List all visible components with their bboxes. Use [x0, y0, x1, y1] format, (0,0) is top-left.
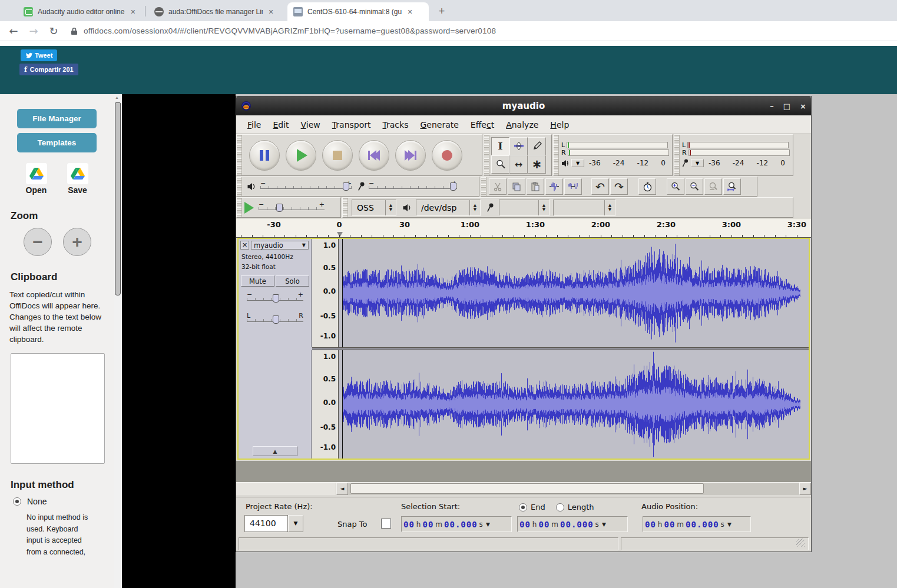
chevron-down-icon[interactable]: ▼: [288, 515, 303, 532]
toolbar-grip[interactable]: [554, 135, 559, 175]
gain-slider[interactable]: − +: [247, 293, 303, 304]
play-at-speed-icon[interactable]: [244, 202, 254, 214]
tab-close-icon[interactable]: ×: [406, 7, 413, 16]
audio-host-combo[interactable]: OSS ▲▼: [352, 200, 396, 216]
url-field[interactable]: offidocs.com/osessionx04/#/client/REVGQV…: [84, 26, 496, 35]
playback-device-combo[interactable]: /dev/dsp ▲▼: [416, 200, 481, 216]
playhead-marker[interactable]: [337, 232, 343, 237]
browser-tab-audacity[interactable]: Audacity audio editor online - Of ×: [18, 2, 143, 21]
close-button[interactable]: ×: [800, 102, 806, 111]
track-collapse-button[interactable]: ▲: [253, 446, 297, 456]
selection-start-field[interactable]: 00h00m00.000s▼: [401, 516, 512, 532]
selection-end-field[interactable]: 00h00m00.000s▼: [517, 516, 628, 532]
zoom-out-button[interactable]: [686, 178, 703, 195]
menu-tracks[interactable]: Tracks: [378, 118, 414, 132]
menu-help[interactable]: Help: [545, 118, 574, 132]
pause-button[interactable]: [249, 140, 280, 171]
record-button[interactable]: [432, 140, 462, 171]
cut-button[interactable]: [489, 178, 507, 195]
menu-view[interactable]: View: [296, 118, 326, 132]
menu-effect[interactable]: Effect: [465, 118, 499, 132]
scrollbar-up-icon[interactable]: ▲: [115, 95, 119, 99]
toolbar-grip[interactable]: [484, 135, 489, 175]
sync-lock-button[interactable]: [638, 178, 656, 195]
recording-device-combo[interactable]: ▲▼: [499, 200, 550, 216]
waveform-channel-left[interactable]: [339, 239, 809, 347]
minimize-button[interactable]: –: [770, 102, 774, 111]
menu-analyze[interactable]: Analyze: [501, 118, 544, 132]
stepper-icon[interactable]: ▲▼: [385, 200, 396, 215]
track-close-button[interactable]: ✕: [240, 241, 249, 250]
chevron-down-icon[interactable]: ▼: [486, 521, 490, 527]
selection-tool-button[interactable]: I: [491, 137, 509, 155]
maximize-button[interactable]: □: [783, 102, 790, 111]
browser-tab-centos-active[interactable]: CentOS-610-64-minimal:8 (guest ×: [287, 2, 429, 21]
chevron-down-icon[interactable]: ▼: [727, 521, 731, 527]
drive-save-button[interactable]: Save: [62, 163, 93, 195]
toolbar-grip[interactable]: [237, 135, 242, 175]
slider-thumb[interactable]: [276, 204, 283, 212]
clipboard-textarea[interactable]: [11, 353, 105, 464]
toolbar-grip[interactable]: [237, 198, 242, 217]
chevron-down-icon[interactable]: ▼: [602, 521, 606, 527]
snap-to-checkbox[interactable]: [381, 519, 391, 529]
pan-slider[interactable]: L R: [247, 314, 303, 325]
slider-thumb[interactable]: [343, 182, 349, 191]
forward-icon[interactable]: →: [24, 25, 44, 37]
playback-meter-right[interactable]: [568, 150, 669, 156]
stepper-icon[interactable]: ▲▼: [604, 200, 615, 215]
file-manager-button[interactable]: File Manager: [17, 109, 97, 128]
envelope-tool-button[interactable]: [509, 137, 528, 155]
back-icon[interactable]: ←: [4, 25, 24, 37]
stepper-icon[interactable]: ▲▼: [469, 200, 480, 215]
scrollbar-track[interactable]: [348, 483, 799, 495]
tab-close-icon[interactable]: ×: [130, 7, 137, 16]
redo-button[interactable]: ↷: [610, 178, 628, 195]
silence-audio-button[interactable]: [564, 178, 582, 195]
multi-tool-button[interactable]: ∗: [528, 155, 546, 174]
toolbar-grip[interactable]: [237, 177, 242, 196]
facebook-share-button[interactable]: f Compartir 201: [19, 64, 78, 75]
window-titlebar[interactable]: myaudio – □ ×: [236, 97, 811, 115]
paste-button[interactable]: [527, 178, 544, 195]
menu-transport[interactable]: Transport: [327, 118, 376, 132]
zoom-tool-button[interactable]: [491, 155, 509, 174]
toolbar-grip[interactable]: [481, 177, 486, 196]
menu-file[interactable]: File: [242, 118, 266, 132]
playback-speed-slider[interactable]: −+: [259, 202, 325, 213]
slider-thumb[interactable]: [273, 315, 279, 324]
output-volume-slider[interactable]: −+: [260, 181, 352, 192]
scroll-right-button[interactable]: ►: [799, 483, 811, 495]
copy-button[interactable]: [508, 178, 525, 195]
fit-project-button[interactable]: [723, 178, 741, 195]
toolbar-grip[interactable]: [343, 198, 348, 217]
skip-to-start-button[interactable]: [359, 140, 389, 171]
track-name-menu[interactable]: myaudio ▼: [251, 241, 309, 250]
slider-thumb[interactable]: [273, 294, 279, 303]
undo-button[interactable]: ↶: [591, 178, 609, 195]
zoom-in-button[interactable]: +: [63, 228, 91, 256]
play-button[interactable]: [286, 140, 316, 171]
sidebar-scrollbar[interactable]: ▲: [114, 94, 122, 588]
trim-audio-button[interactable]: [545, 178, 563, 195]
new-tab-button[interactable]: +: [435, 5, 449, 19]
templates-button[interactable]: Templates: [17, 133, 97, 152]
zoom-out-button[interactable]: −: [24, 228, 52, 256]
resize-grip[interactable]: [796, 539, 805, 547]
toolbar-grip[interactable]: [674, 135, 680, 175]
tweet-button[interactable]: Tweet: [21, 49, 57, 61]
drive-open-button[interactable]: Open: [21, 163, 52, 195]
refresh-icon[interactable]: ↻: [44, 25, 64, 37]
audio-position-field[interactable]: 00h00m00.000s▼: [643, 516, 751, 532]
scrollbar-thumb[interactable]: [350, 483, 704, 494]
length-radio[interactable]: [556, 503, 564, 511]
meter-dropdown-button[interactable]: ▼: [691, 159, 704, 167]
zoom-in-button[interactable]: [667, 178, 684, 195]
browser-tab-filemanager[interactable]: auda:OffiDocs file manager Linux ×: [148, 2, 284, 21]
recording-meter-left[interactable]: [687, 142, 789, 148]
scrollbar-thumb[interactable]: [115, 102, 121, 295]
playback-meter-left[interactable]: [567, 142, 668, 148]
tab-close-icon[interactable]: ×: [267, 7, 274, 16]
menu-edit[interactable]: Edit: [267, 118, 294, 132]
skip-to-end-button[interactable]: [395, 140, 426, 171]
